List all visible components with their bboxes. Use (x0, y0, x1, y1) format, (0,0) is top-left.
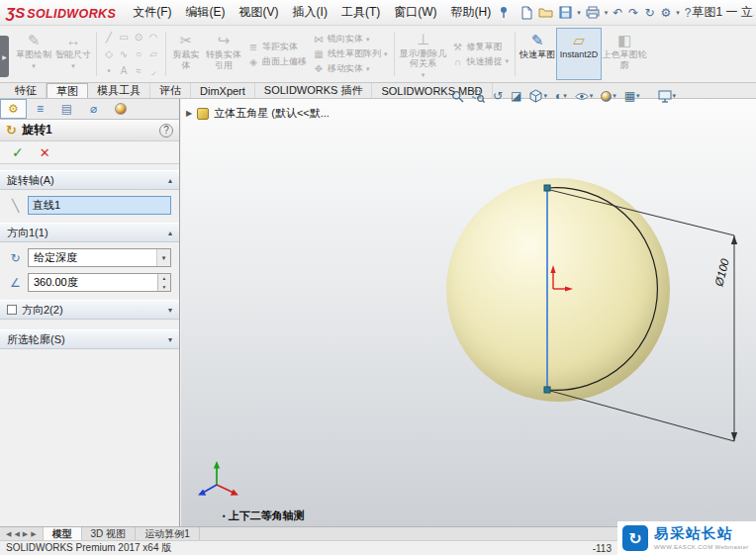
move-entities-button[interactable]: ✥ 移动实体 ▾ (310, 62, 391, 76)
tab-features[interactable]: 特征 (6, 83, 47, 98)
tab-dimxpert-manager[interactable]: ⌀ (80, 99, 107, 119)
rapid-sketch-button[interactable]: ✎ 快速草图 (519, 28, 556, 80)
open-document-icon[interactable] (537, 4, 554, 22)
zoom-to-area-button[interactable] (472, 90, 485, 103)
diameter-dimension[interactable]: Ø100 (550, 190, 737, 441)
linear-sketch-pattern-button[interactable]: ▦ 线性草图阵列 ▾ (310, 47, 391, 61)
menu-help[interactable]: 帮助(H) (444, 3, 499, 22)
tab-dimxpert[interactable]: DimXpert (191, 83, 255, 98)
spline-tool-icon[interactable]: ∿ (117, 46, 131, 62)
toolbar-flyout-handle[interactable]: ▶ (0, 36, 9, 77)
offset-on-surface-button[interactable]: ◈ 曲面上偏移 (244, 54, 310, 68)
sketch-endpoint-bottom[interactable] (544, 387, 550, 393)
scroll-last-icon[interactable]: ▶ (31, 530, 36, 538)
undo-icon[interactable]: ↶ (612, 4, 623, 22)
feature-tree-breadcrumb[interactable]: ▶ 立体五角星 (默认<<默... (186, 106, 330, 121)
line-tool-icon[interactable]: ╱ (102, 30, 116, 46)
help-icon[interactable]: ? (159, 124, 173, 138)
3d-views-tab[interactable]: 3D 视图 (82, 527, 137, 540)
direction1-section[interactable]: 方向1(1) ▴ (0, 223, 179, 242)
tab-sketch[interactable]: 草图 (47, 83, 88, 98)
expand-icon[interactable]: ▶ (186, 109, 192, 118)
sketch-endpoint-top[interactable] (544, 185, 550, 191)
arc-tool-icon[interactable]: ◠ (146, 30, 160, 46)
menu-pin-icon[interactable] (498, 4, 510, 22)
rectangle-tool-icon[interactable]: ▭ (117, 30, 131, 46)
revolve-direction-icon[interactable]: ↻ (8, 251, 23, 265)
fillet-tool-icon[interactable]: ◞ (146, 63, 160, 79)
direction2-checkbox[interactable] (7, 305, 17, 315)
apply-scene-button[interactable]: ▦▾ (624, 89, 640, 103)
equation-tool-icon[interactable]: ≈ (132, 63, 145, 79)
chevron-down-icon[interactable]: ▾ (676, 9, 680, 17)
convert-entities-button[interactable]: ↪ 转换实体引用 (203, 28, 244, 80)
menu-tools[interactable]: 工具(T) (334, 3, 387, 22)
save-icon[interactable] (558, 4, 573, 22)
previous-view-button[interactable]: ↺ (493, 89, 503, 103)
direction2-section[interactable]: 方向2(2) ▾ (0, 300, 179, 320)
cancel-button[interactable]: ✕ (40, 145, 50, 160)
tab-mold-tools[interactable]: 模具工具 (88, 83, 150, 98)
slot-tool-icon[interactable]: ▱ (146, 46, 160, 62)
selected-contours-section[interactable]: 所选轮廓(S) ▾ (0, 329, 179, 349)
ellipse-tool-icon[interactable]: ○ (132, 46, 145, 62)
quick-snaps-button[interactable]: ∩ 快速捕捉 ▾ (449, 54, 513, 68)
mirror-entities-icon: ⋈ (313, 34, 325, 45)
offset-entities-button[interactable]: ≣ 等距实体 (244, 40, 310, 53)
scroll-prev-icon[interactable]: ◀ (14, 530, 19, 538)
section-view-button[interactable]: ◪ (511, 89, 521, 103)
display-style-button[interactable]: ◐▾ (555, 89, 567, 103)
display-delete-relations-button[interactable]: ⊥ 显示/删除几何关系 ▾ (398, 28, 449, 80)
menu-window[interactable]: 窗口(W) (387, 3, 443, 22)
polygon-tool-icon[interactable]: ◇ (102, 46, 116, 62)
scroll-first-icon[interactable]: ◀ (6, 530, 11, 538)
model-tab[interactable]: 模型 (44, 527, 82, 540)
options-gear-icon[interactable]: ⚙ (659, 4, 672, 22)
tab-display-manager[interactable] (107, 99, 134, 119)
quick-snaps-icon: ∩ (452, 56, 464, 67)
motion-study-tab[interactable]: 运动算例1 (136, 527, 200, 540)
scroll-next-icon[interactable]: ▶ (23, 530, 28, 538)
trim-entities-button[interactable]: ✂ 剪裁实体 (169, 28, 203, 80)
sketch-button[interactable]: ✎ 草图绘制 ▾ (14, 28, 53, 80)
graphics-viewport[interactable]: ▶ 立体五角星 (默认<<默... Ø100 (181, 99, 756, 526)
chevron-down-icon: ▾ (384, 50, 388, 58)
help-icon[interactable]: ? (684, 4, 693, 22)
circle-tool-icon[interactable]: ⊙ (132, 30, 145, 46)
hide-show-items-button[interactable]: ▾ (575, 91, 594, 102)
menu-view[interactable]: 视图(V) (233, 3, 286, 22)
instant2d-button[interactable]: ▱ Instant2D (556, 28, 602, 80)
repair-sketch-button[interactable]: ⚒ 修复草图 (449, 40, 513, 53)
spinner-down-icon[interactable]: ▾ (158, 283, 170, 292)
spinner-up-icon[interactable]: ▴ (158, 274, 170, 283)
menu-file[interactable]: 文件(F) (126, 3, 178, 22)
tab-configuration-manager[interactable]: ▤ (53, 99, 80, 119)
new-document-icon[interactable] (520, 4, 533, 22)
rebuild-icon[interactable]: ↻ (643, 4, 655, 22)
angle-spinner[interactable]: 360.00度 ▴ ▾ (28, 273, 171, 292)
tab-property-manager[interactable]: ⚙ (0, 99, 27, 119)
axis-of-revolution-section[interactable]: 旋转轴(A) ▴ (0, 170, 179, 190)
menu-insert[interactable]: 插入(I) (286, 3, 334, 22)
edit-appearance-button[interactable]: ▾ (601, 91, 616, 102)
zoom-to-fit-button[interactable] (451, 90, 464, 103)
text-tool-icon[interactable]: A (117, 63, 131, 79)
ok-button[interactable]: ✓ (12, 144, 24, 160)
smart-dimension-button[interactable]: ↔ 智能尺寸 ▾ (53, 28, 93, 80)
menu-edit[interactable]: 编辑(E) (179, 3, 233, 22)
chevron-down-icon[interactable]: ▾ (577, 9, 581, 17)
tab-scroll-arrows[interactable]: ◀ ◀ ▶ ▶ (0, 527, 44, 540)
shaded-sketch-contours-button[interactable]: ◧ 上色草图轮廓 (602, 28, 647, 80)
view-orientation-button[interactable]: ▾ (529, 89, 547, 103)
chevron-down-icon[interactable]: ▾ (605, 9, 609, 17)
tab-evaluate[interactable]: 评估 (150, 83, 191, 98)
axis-selection-field[interactable]: 直线1 (28, 196, 171, 215)
tab-solidworks-addins[interactable]: SOLIDWORKS 插件 (255, 83, 373, 98)
mirror-entities-button[interactable]: ⋈ 镜向实体 ▾ (310, 33, 391, 46)
tab-feature-manager[interactable]: ≡ (27, 99, 53, 119)
view-settings-button[interactable]: ▾ (658, 90, 677, 103)
end-condition-select[interactable]: 给定深度 ▾ (28, 248, 171, 267)
print-icon[interactable] (585, 4, 601, 22)
redo-icon[interactable]: ↷ (627, 4, 639, 22)
point-tool-icon[interactable]: • (102, 63, 116, 79)
